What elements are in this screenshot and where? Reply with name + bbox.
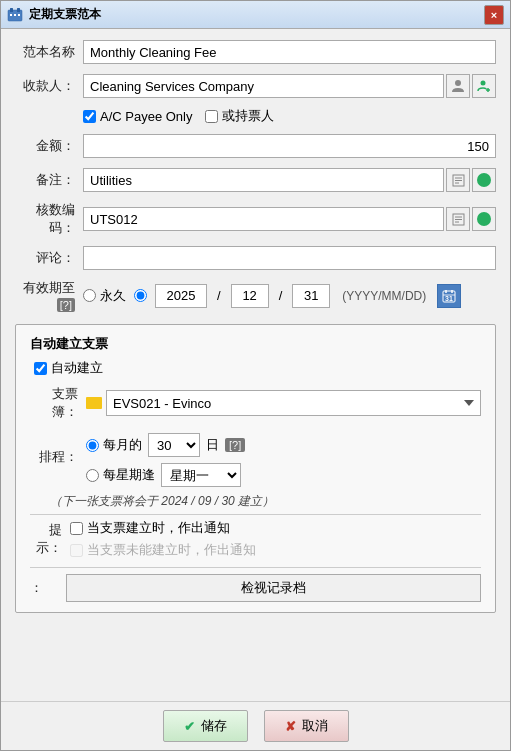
title-bar-text: 定期支票范本 bbox=[29, 6, 484, 23]
ac-payee-label[interactable]: A/C Payee Only bbox=[83, 109, 193, 124]
colon-label: ： bbox=[30, 579, 58, 597]
payee-input[interactable] bbox=[83, 74, 444, 98]
remark-input[interactable] bbox=[83, 168, 444, 192]
monthly-radio[interactable] bbox=[86, 439, 99, 452]
amount-label: 金额： bbox=[15, 137, 83, 155]
expiry-year-input[interactable] bbox=[155, 284, 207, 308]
forever-text: 永久 bbox=[100, 287, 126, 305]
reminder-options: 当支票建立时，作出通知 当支票未能建立时，作出通知 bbox=[70, 519, 256, 559]
svg-rect-3 bbox=[10, 14, 12, 16]
comment-row: 评论： bbox=[15, 245, 496, 271]
cancel-button[interactable]: ✘ 取消 bbox=[264, 710, 349, 742]
amount-row: 金额： bbox=[15, 133, 496, 159]
cheque-book-row: 支票簿： EVS021 - Evinco bbox=[30, 385, 481, 421]
ref-row: 核数编码： bbox=[15, 201, 496, 237]
day-select[interactable]: 1234567891011121314151617181920212223242… bbox=[148, 433, 200, 457]
reminder1-option[interactable]: 当支票建立时，作出通知 bbox=[70, 519, 256, 537]
save-button[interactable]: ✔ 储存 bbox=[163, 710, 248, 742]
remark-input-group bbox=[83, 168, 496, 192]
amount-input[interactable] bbox=[83, 134, 496, 158]
calendar-button[interactable]: 31 bbox=[437, 284, 461, 308]
bearer-checkbox[interactable] bbox=[205, 110, 218, 123]
name-row: 范本名称 bbox=[15, 39, 496, 65]
forever-option[interactable]: 永久 bbox=[83, 287, 126, 305]
weekly-radio[interactable] bbox=[86, 469, 99, 482]
ref-note-icon bbox=[452, 213, 465, 226]
ref-note-btn[interactable] bbox=[446, 207, 470, 231]
cheque-book-input-group: EVS021 - Evinco bbox=[86, 390, 481, 416]
schedule-section: 排程： 每月的 12345678910111213141516171819202… bbox=[30, 427, 481, 487]
ac-payee-checkbox[interactable] bbox=[83, 110, 96, 123]
cheque-book-select[interactable]: EVS021 - Evinco bbox=[106, 390, 481, 416]
close-button[interactable]: × bbox=[484, 5, 504, 25]
ref-input-group bbox=[83, 207, 496, 231]
reminder1-checkbox[interactable] bbox=[70, 522, 83, 535]
remark-note-btn[interactable] bbox=[446, 168, 470, 192]
folder-icon bbox=[86, 397, 102, 409]
save-label: 储存 bbox=[201, 717, 227, 735]
reminder2-checkbox[interactable] bbox=[70, 544, 83, 557]
monthly-option[interactable]: 每月的 bbox=[86, 436, 142, 454]
schedule-label-row: 排程： 每月的 12345678910111213141516171819202… bbox=[30, 427, 481, 487]
date-radio[interactable] bbox=[134, 289, 147, 302]
next-cheque-info: （下一张支票将会于 2024 / 09 / 30 建立） bbox=[50, 493, 481, 510]
person-add-icon bbox=[477, 79, 491, 93]
monthly-schedule-row: 每月的 123456789101112131415161718192021222… bbox=[86, 433, 245, 457]
weekday-select[interactable]: 星期一 星期二 星期三 星期四 星期五 星期六 星期日 bbox=[161, 463, 241, 487]
section-divider-2 bbox=[30, 567, 481, 568]
green-add-icon bbox=[477, 173, 491, 187]
reminder2-option: 当支票未能建立时，作出通知 bbox=[70, 541, 256, 559]
person-icon bbox=[451, 79, 465, 93]
ref-add-btn[interactable] bbox=[472, 207, 496, 231]
name-label: 范本名称 bbox=[15, 43, 83, 61]
view-log-button[interactable]: 检视记录档 bbox=[66, 574, 481, 602]
reminder-main-label: 提示： bbox=[30, 521, 70, 557]
bearer-label[interactable]: 或持票人 bbox=[205, 107, 274, 125]
section-divider bbox=[30, 514, 481, 515]
forever-radio[interactable] bbox=[83, 289, 96, 302]
payee-add-btn[interactable] bbox=[472, 74, 496, 98]
remark-label: 备注： bbox=[15, 171, 83, 189]
svg-point-6 bbox=[455, 80, 461, 86]
name-input[interactable] bbox=[83, 40, 496, 64]
main-window: 定期支票范本 × 范本名称 收款人： bbox=[0, 0, 511, 751]
weekly-option[interactable]: 每星期逢 bbox=[86, 466, 155, 484]
cancel-icon: ✘ bbox=[285, 719, 296, 734]
expiry-label: 有效期至 [?] bbox=[15, 279, 83, 312]
reminder1-text: 当支票建立时，作出通知 bbox=[87, 519, 230, 537]
svg-rect-2 bbox=[17, 8, 20, 12]
auto-create-checkbox[interactable] bbox=[34, 362, 47, 375]
schedule-label: 排程： bbox=[30, 448, 86, 466]
bearer-text: 或持票人 bbox=[222, 107, 274, 125]
remark-add-btn[interactable] bbox=[472, 168, 496, 192]
calendar-icon: 31 bbox=[442, 289, 456, 303]
reminder-section: 提示： 当支票建立时，作出通知 当支票未能建立时，作出通知 bbox=[30, 519, 481, 559]
comment-input[interactable] bbox=[83, 246, 496, 270]
date-format-label: (YYYY/MM/DD) bbox=[342, 289, 426, 303]
ref-input[interactable] bbox=[83, 207, 444, 231]
payee-label: 收款人： bbox=[15, 77, 83, 95]
auto-create-label[interactable]: 自动建立 bbox=[34, 359, 481, 377]
expiry-day-input[interactable] bbox=[292, 284, 330, 308]
day-label: 日 bbox=[206, 436, 219, 454]
reminder2-text: 当支票未能建立时，作出通知 bbox=[87, 541, 256, 559]
view-log-row: ： 检视记录档 bbox=[30, 574, 481, 602]
svg-text:31: 31 bbox=[445, 295, 453, 302]
footer: ✔ 储存 ✘ 取消 bbox=[1, 701, 510, 750]
weekly-schedule-row: 每星期逢 星期一 星期二 星期三 星期四 星期五 星期六 星期日 bbox=[86, 463, 245, 487]
auto-create-row: 自动建立 bbox=[34, 359, 481, 377]
ref-green-add-icon bbox=[477, 212, 491, 226]
date-option[interactable] bbox=[134, 289, 147, 302]
schedule-help-badge[interactable]: [?] bbox=[225, 438, 245, 452]
payee-person-btn[interactable] bbox=[446, 74, 470, 98]
window-icon bbox=[7, 7, 23, 23]
expiry-label-text: 有效期至 bbox=[23, 280, 75, 295]
expiry-help-badge[interactable]: [?] bbox=[57, 298, 75, 312]
schedule-options: 每月的 123456789101112131415161718192021222… bbox=[86, 427, 245, 487]
payee-options-row: A/C Payee Only 或持票人 bbox=[83, 107, 496, 125]
comment-label: 评论： bbox=[15, 249, 83, 267]
expiry-row: 有效期至 [?] 永久 / / (YYYY/MM/DD) bbox=[15, 279, 496, 312]
svg-rect-1 bbox=[10, 8, 13, 12]
svg-rect-5 bbox=[18, 14, 20, 16]
expiry-month-input[interactable] bbox=[231, 284, 269, 308]
